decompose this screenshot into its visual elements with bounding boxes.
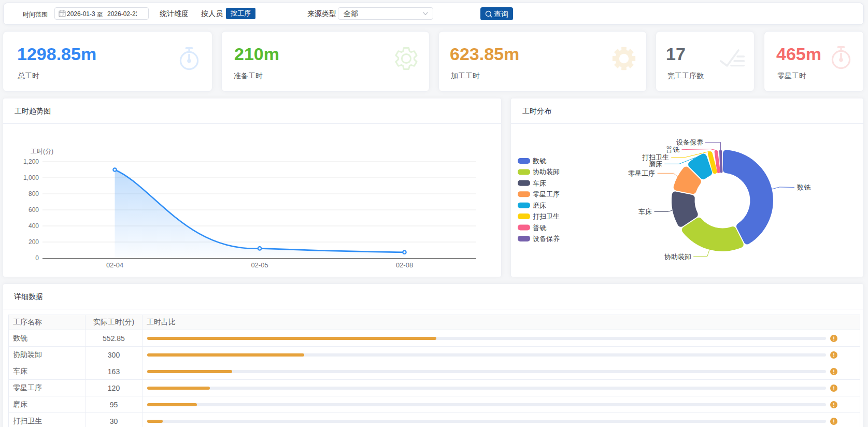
- svg-text:车床: 车床: [533, 179, 546, 187]
- svg-text:02-05: 02-05: [251, 261, 268, 269]
- svg-text:600: 600: [29, 206, 39, 214]
- svg-text:02-08: 02-08: [396, 261, 413, 269]
- svg-text:车床: 车床: [638, 208, 652, 216]
- svg-text:普铣: 普铣: [533, 224, 547, 232]
- svg-text:02-04: 02-04: [106, 261, 123, 269]
- svg-text:设备保养: 设备保养: [676, 138, 703, 146]
- svg-text:协助装卸: 协助装卸: [533, 168, 560, 176]
- svg-text:1,200: 1,200: [23, 158, 39, 165]
- svg-text:协助装卸: 协助装卸: [664, 253, 691, 261]
- svg-text:打扫卫生: 打扫卫生: [642, 153, 669, 161]
- svg-text:200: 200: [29, 238, 39, 246]
- svg-text:零星工序: 零星工序: [628, 169, 655, 177]
- svg-text:0: 0: [35, 254, 39, 262]
- svg-text:设备保养: 设备保养: [533, 235, 560, 243]
- svg-text:1,000: 1,000: [23, 174, 39, 181]
- svg-text:数铣: 数铣: [532, 157, 547, 165]
- svg-text:磨床: 磨床: [533, 202, 546, 209]
- svg-text:磨床: 磨床: [649, 160, 662, 168]
- svg-text:工时(分): 工时(分): [31, 148, 53, 155]
- svg-text:零星工序: 零星工序: [533, 190, 560, 198]
- svg-text:400: 400: [29, 222, 39, 230]
- svg-text:打扫卫生: 打扫卫生: [533, 212, 560, 220]
- svg-text:普铣: 普铣: [666, 146, 680, 153]
- svg-text:数铣: 数铣: [796, 183, 811, 191]
- svg-text:800: 800: [29, 190, 39, 197]
